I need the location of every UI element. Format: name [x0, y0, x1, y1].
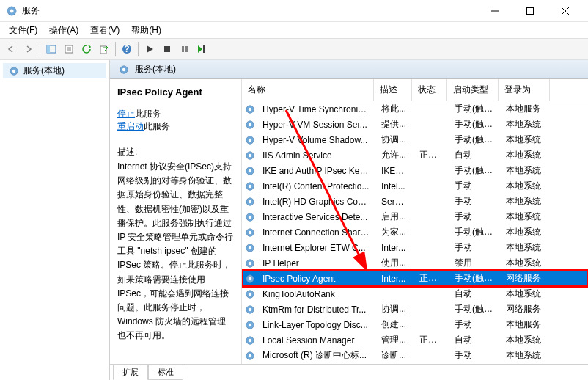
gear-icon — [245, 320, 255, 330]
svg-rect-7 — [47, 45, 50, 53]
column-status[interactable]: 状态 — [412, 79, 447, 101]
column-logon[interactable]: 登录为 — [499, 79, 550, 101]
cell-status — [414, 354, 449, 357]
gear-icon — [245, 104, 255, 114]
column-start[interactable]: 启动类型 — [447, 79, 499, 101]
cell-logon: 本地系统 — [500, 147, 551, 163]
svg-text:?: ? — [124, 44, 129, 54]
description-label: 描述: — [117, 146, 234, 158]
column-name[interactable]: 名称 — [242, 79, 374, 101]
help-button[interactable]: ? — [119, 41, 135, 57]
properties-button[interactable] — [61, 41, 77, 57]
service-row[interactable]: IKE and AuthIP IPsec Key...IKEE...手动(触发.… — [242, 163, 588, 178]
cell-start: 自动 — [449, 147, 500, 163]
cell-name: Intel(R) HD Graphics Con... — [257, 195, 375, 208]
cell-desc: 为家... — [375, 224, 414, 240]
list-header: 名称 描述 状态 启动类型 登录为 — [242, 79, 588, 101]
cell-logon: 网络服务 — [500, 302, 551, 317]
tree-root-label: 服务(本地) — [23, 65, 65, 77]
gear-icon — [245, 227, 255, 238]
cell-start: 手动(触发... — [449, 163, 500, 178]
restart-suffix: 此服务 — [144, 121, 170, 131]
cell-name: IP Helper — [257, 257, 375, 270]
cell-status — [414, 139, 449, 142]
service-row[interactable]: Hyper-V Volume Shadow...协调...手动(触发...本地系… — [242, 132, 588, 147]
cell-desc: 协调... — [375, 132, 414, 147]
service-row[interactable]: Microsoft (R) 诊断中心标...诊断...手动本地系统 — [242, 348, 588, 363]
cell-status — [414, 262, 449, 265]
maximize-button[interactable] — [513, 1, 547, 21]
svg-rect-16 — [182, 46, 184, 52]
stop-service-button[interactable] — [159, 41, 175, 57]
cell-name: Internet Connection Shari... — [257, 226, 375, 239]
tab-standard[interactable]: 标准 — [148, 365, 183, 380]
cell-status — [414, 293, 449, 296]
cell-logon: 本地服务 — [500, 317, 551, 332]
cell-name: KtmRm for Distributed Tr... — [257, 303, 375, 316]
forward-button[interactable] — [21, 41, 37, 57]
cell-status — [414, 231, 449, 234]
cell-start: 手动 — [449, 178, 500, 194]
cell-desc: IKEE... — [375, 164, 414, 178]
services-list[interactable]: 名称 描述 状态 启动类型 登录为 Hyper-V Time Synchroni… — [242, 79, 588, 364]
cell-status — [414, 185, 449, 188]
tree-root-services[interactable]: 服务(本地) — [3, 63, 106, 78]
cell-logon: 本地系统 — [500, 163, 551, 178]
cell-start: 手动(触发... — [449, 117, 500, 132]
service-row[interactable]: KtmRm for Distributed Tr...协调...手动(触发...… — [242, 302, 588, 317]
stop-service-link[interactable]: 停止 — [117, 109, 135, 119]
cell-desc: 管理... — [375, 332, 414, 348]
service-row[interactable]: Intel(R) Content Protectio...Intel...手动本… — [242, 178, 588, 194]
pause-service-button[interactable] — [177, 41, 193, 57]
service-row[interactable]: Hyper-V Time Synchroniz...将此...手动(触发...本… — [242, 101, 588, 117]
service-row[interactable]: Hyper-V VM Session Ser...提供...手动(触发...本地… — [242, 117, 588, 132]
gear-icon — [119, 65, 129, 75]
cell-start: 手动 — [449, 194, 500, 209]
start-service-button[interactable] — [142, 41, 158, 57]
menu-file[interactable]: 文件(F) — [3, 23, 43, 38]
cell-status — [414, 108, 449, 111]
service-row[interactable]: Link-Layer Topology Disc...创建...手动本地服务 — [242, 317, 588, 332]
service-row[interactable]: IP Helper使用...禁用本地系统 — [242, 255, 588, 271]
cell-logon: 本地系统 — [500, 117, 551, 132]
show-hide-tree-button[interactable] — [43, 41, 59, 57]
cell-desc: Inter... — [375, 241, 414, 255]
cell-desc: 将此... — [375, 101, 414, 117]
gear-icon — [245, 166, 255, 176]
service-row[interactable]: Internet Connection Shari...为家...手动(触发..… — [242, 224, 588, 240]
service-row[interactable]: Internet Explorer ETW C...Inter...手动本地系统 — [242, 240, 588, 255]
back-button[interactable] — [3, 41, 19, 57]
gear-icon — [9, 66, 19, 76]
menu-help[interactable]: 帮助(H) — [125, 23, 167, 38]
gear-icon — [245, 258, 255, 268]
cell-desc: 协调... — [375, 302, 414, 317]
service-row[interactable]: KingToolAutoRank自动本地系统 — [242, 286, 588, 302]
restart-service-button[interactable] — [194, 41, 210, 57]
cell-desc: 提供... — [375, 117, 414, 132]
menu-view[interactable]: 查看(V) — [84, 23, 125, 38]
refresh-button[interactable] — [78, 41, 95, 57]
tab-extended[interactable]: 扩展 — [113, 365, 148, 380]
cell-name: Hyper-V VM Session Ser... — [257, 118, 375, 131]
svg-rect-18 — [203, 45, 205, 53]
service-row[interactable]: IIS Admin Service允许...正在...自动本地系统 — [242, 147, 588, 163]
gear-icon — [245, 212, 255, 222]
cell-start: 自动 — [449, 332, 500, 348]
gear-icon — [245, 304, 255, 315]
service-row[interactable]: Local Session Manager管理...正在...自动本地系统 — [242, 332, 588, 348]
cell-name: Interactive Services Dete... — [257, 211, 375, 224]
column-desc[interactable]: 描述 — [374, 79, 412, 101]
gear-icon — [245, 243, 255, 253]
cell-start: 手动 — [449, 317, 500, 332]
tree-panel: 服务(本地) — [0, 60, 110, 380]
service-row[interactable]: Interactive Services Dete...启用...手动本地系统 — [242, 209, 588, 224]
service-row[interactable]: Intel(R) HD Graphics Con...Servi...手动本地系… — [242, 194, 588, 209]
cell-name: Link-Layer Topology Disc... — [257, 318, 375, 332]
service-row[interactable]: IPsec Policy AgentInter...正在...手动(触发...网… — [242, 271, 588, 286]
export-button[interactable] — [96, 41, 112, 57]
restart-service-link[interactable]: 重启动 — [117, 121, 144, 131]
content-header: 服务(本地) — [110, 60, 588, 79]
close-button[interactable] — [548, 1, 582, 21]
menu-action[interactable]: 操作(A) — [43, 23, 84, 38]
minimize-button[interactable] — [478, 1, 512, 21]
